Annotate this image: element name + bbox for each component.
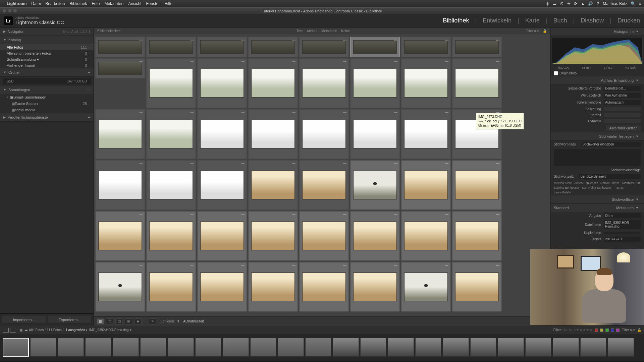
catalog-all-photos[interactable]: Alle Fotos 111 bbox=[0, 44, 94, 50]
tone-button[interactable]: Automatisch bbox=[604, 100, 641, 105]
navigator-header[interactable]: ▶ Navigator Einp. Ausf. 1:1 2:1 bbox=[0, 27, 94, 36]
module-bibliothek[interactable]: Bibliothek bbox=[443, 17, 469, 24]
menu-datei[interactable]: Datei bbox=[31, 1, 41, 6]
add-icon[interactable]: + bbox=[88, 88, 90, 92]
thumbnail-cell[interactable]: ••• bbox=[146, 109, 196, 159]
search-icon[interactable]: 🔍 bbox=[631, 1, 636, 6]
nav-fit[interactable]: Einp. bbox=[63, 30, 70, 34]
rating-filter[interactable]: ≥★★★★★ bbox=[574, 328, 593, 332]
people-view-button[interactable]: ☻ bbox=[134, 318, 142, 324]
keyword-suggestion[interactable]: Karl-Heinz Benkesser bbox=[582, 186, 611, 189]
publish-header[interactable]: ▶ Veröffentlichungsdienste + bbox=[0, 113, 94, 122]
shortcut-dropdown[interactable]: Benutzerdefiniert bbox=[579, 174, 641, 179]
thumbnail-cell[interactable]: ••• bbox=[452, 262, 502, 312]
filter-attribut[interactable]: Attribut bbox=[307, 29, 317, 33]
flag-rejected-icon[interactable]: ⚐ bbox=[569, 328, 572, 332]
thumbnail-cell[interactable]: ••• bbox=[401, 58, 451, 108]
keyword-suggestion[interactable]: Melissa Kiehl bbox=[554, 181, 572, 185]
sort-dropdown[interactable]: Aufnahmezeit bbox=[183, 319, 204, 323]
filmstrip-thumbnail[interactable] bbox=[333, 338, 359, 357]
thumbnail-cell[interactable]: ••• bbox=[248, 262, 298, 312]
loupe-view-button[interactable]: ▢ bbox=[106, 318, 113, 324]
menu-hilfe[interactable]: Hilfe bbox=[164, 1, 172, 6]
color-red[interactable] bbox=[595, 328, 598, 332]
thumbnail-cell[interactable]: ••• bbox=[350, 211, 400, 261]
clarity-stepper[interactable] bbox=[604, 113, 641, 117]
add-icon[interactable]: + bbox=[88, 70, 90, 74]
thumbnail-cell[interactable]: ••• bbox=[299, 58, 349, 108]
zoom-window-button[interactable] bbox=[13, 9, 17, 12]
grid-icon[interactable]: ▦ bbox=[19, 328, 22, 332]
thumbnail-cell[interactable]: ••• bbox=[95, 37, 145, 57]
keyword-suggestion[interactable]: Ernst bbox=[616, 186, 624, 189]
thumbnail-cell[interactable]: ••• bbox=[452, 160, 502, 210]
flag-picked-icon[interactable]: ⚐ bbox=[564, 328, 567, 332]
module-karte[interactable]: Karte bbox=[525, 17, 540, 24]
module-diashow[interactable]: Diashow bbox=[581, 17, 604, 24]
thumbnail-cell[interactable]: ••• bbox=[197, 109, 247, 159]
thumbnail-cell[interactable]: ••• bbox=[95, 109, 145, 159]
meta-filename-value[interactable]: IMG_9392-HDR-Pano.dng bbox=[604, 220, 641, 229]
filmstrip-thumbnail[interactable] bbox=[415, 338, 441, 357]
collection-social[interactable]: ▦ social media bbox=[0, 107, 94, 113]
thumbnail-cell[interactable]: ••• bbox=[248, 109, 298, 159]
keyword-list-header[interactable]: Stichwortliste ▼ bbox=[550, 195, 644, 204]
grid-view[interactable]: ••••••••••••••••••••••••••••••••••••••••… bbox=[94, 34, 550, 316]
meta-preset-dropdown[interactable]: Ohne bbox=[604, 213, 641, 218]
keyword-input[interactable]: Stichwörter eingeben bbox=[581, 142, 641, 147]
close-window-button[interactable] bbox=[3, 9, 6, 12]
thumbnail-cell[interactable]: ••• bbox=[146, 37, 196, 57]
chevron-down-icon[interactable]: ▾ bbox=[130, 328, 131, 332]
meta-folder-value[interactable]: 2018-12-01 bbox=[604, 237, 641, 242]
keyword-suggestion[interactable]: Natalie Griese bbox=[600, 181, 620, 185]
color-purple[interactable] bbox=[616, 328, 620, 332]
filmstrip-thumbnail[interactable] bbox=[443, 338, 469, 357]
forward-icon[interactable]: ▸ bbox=[26, 328, 28, 332]
color-yellow[interactable] bbox=[600, 328, 603, 332]
keyword-suggestion[interactable]: Aileen Benkesser bbox=[574, 181, 598, 185]
thumbnail-cell[interactable]: ••• bbox=[401, 109, 451, 159]
filmstrip-thumbnail[interactable] bbox=[388, 338, 414, 357]
metadata-header[interactable]: Standard Metadaten ▼ bbox=[550, 204, 644, 212]
exposure-stepper[interactable] bbox=[604, 107, 641, 111]
menubar-username[interactable]: Matthias Butz bbox=[603, 1, 627, 6]
preset-dropdown[interactable]: Benutzerdef... bbox=[604, 86, 641, 91]
add-icon[interactable]: + bbox=[88, 115, 90, 119]
filmstrip-thumbnail[interactable] bbox=[140, 338, 166, 357]
thumbnail-cell[interactable]: ••• bbox=[95, 58, 145, 78]
filmstrip-thumbnail[interactable] bbox=[113, 338, 139, 357]
histogram-display[interactable] bbox=[552, 37, 643, 64]
thumbnail-cell[interactable]: ••• bbox=[248, 58, 298, 108]
thumbnail-cell[interactable]: ••• bbox=[401, 262, 451, 312]
thumbnail-cell[interactable]: ••• bbox=[146, 262, 196, 312]
minimize-window-button[interactable] bbox=[8, 9, 11, 12]
traffic-lights[interactable] bbox=[3, 9, 17, 12]
keyword-suggestion[interactable]: Matthias Butz bbox=[622, 181, 641, 185]
thumbnail-cell[interactable]: ••• bbox=[248, 211, 298, 261]
thumbnail-cell[interactable]: ••• bbox=[452, 211, 502, 261]
nav-fill[interactable]: Ausf. bbox=[71, 30, 79, 34]
filmstrip-thumbnail[interactable] bbox=[525, 338, 551, 357]
thumbnail-cell[interactable]: ••• bbox=[197, 37, 247, 57]
filmstrip-thumbnail[interactable] bbox=[305, 338, 331, 357]
color-green[interactable] bbox=[605, 328, 609, 332]
status-icon[interactable]: ◎ bbox=[546, 1, 549, 6]
catalog-synced[interactable]: Alle synchronisierten Fotos 0 bbox=[0, 50, 94, 56]
status-icon[interactable]: ✳ bbox=[567, 1, 571, 6]
thumbnail-cell[interactable]: •••IMG_9473.DNG¹⁄₅₀₀ Sek. bei ƒ / 2,0, I… bbox=[452, 109, 502, 159]
lock-icon[interactable]: 🔒 bbox=[543, 29, 547, 33]
thumbnail-cell[interactable]: ••• bbox=[350, 37, 400, 57]
sort-direction-icon[interactable]: ⬍ bbox=[177, 319, 180, 323]
main-display-icon[interactable] bbox=[3, 328, 9, 333]
keyword-textarea[interactable] bbox=[554, 149, 641, 166]
catalog-previous[interactable]: Vorheriger Import 0 bbox=[0, 62, 94, 68]
status-icon[interactable]: ⟳ bbox=[574, 1, 577, 6]
thumbnail-cell[interactable]: ••• bbox=[146, 58, 196, 108]
filmstrip-thumbnail[interactable] bbox=[195, 338, 221, 357]
thumbnail-cell[interactable]: ••• bbox=[95, 262, 145, 312]
thumbnail-cell[interactable]: ••• bbox=[452, 58, 502, 108]
thumbnail-cell[interactable]: ••• bbox=[299, 109, 349, 159]
keyword-suggestion[interactable]: Laura Pulsfort bbox=[554, 191, 573, 194]
collection-excire[interactable]: ▦ Excire Search 25 bbox=[0, 101, 94, 107]
filmstrip-thumbnail[interactable] bbox=[223, 338, 249, 357]
